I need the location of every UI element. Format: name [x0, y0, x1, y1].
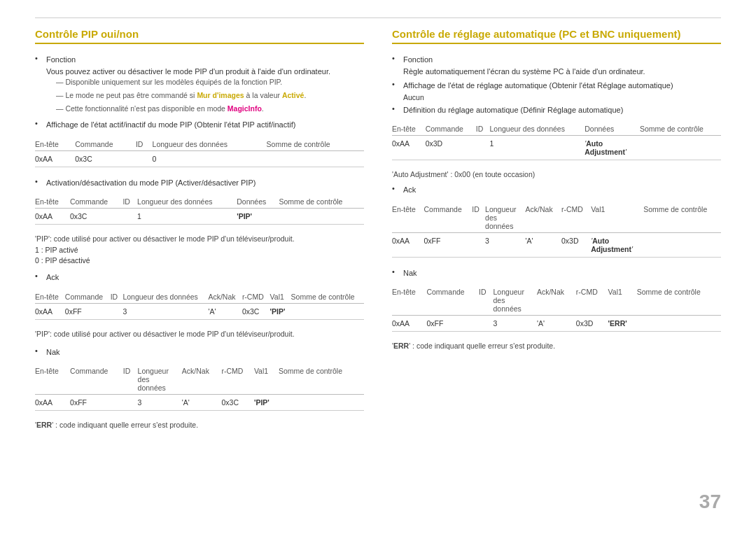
- td-commande: 0xFF: [65, 303, 111, 319]
- err-quote: 'ERR': [35, 421, 53, 429]
- td-somme: [279, 395, 364, 411]
- page-number: 37: [699, 491, 721, 513]
- sub3-magic: MagicInfo: [227, 104, 262, 113]
- right-ack-label: Ack: [403, 184, 416, 196]
- th-entete: En-tête: [392, 286, 426, 316]
- th-commande: Commande: [426, 122, 476, 136]
- th-rcmd: r-CMD: [561, 203, 591, 233]
- left-ack-bullet: • Ack: [35, 272, 364, 283]
- right-table1-section: En-tête Commande ID Longueur des données…: [392, 122, 721, 160]
- right-fonction-bullet: • Fonction Règle automatiquement l'écran…: [392, 54, 721, 77]
- left-bullet2: • Affichage de l'état actif/inactif du m…: [35, 119, 364, 131]
- th-donnees: Données: [584, 122, 640, 136]
- td-somme: [640, 136, 721, 160]
- right-ack-bullet: • Ack: [392, 184, 721, 196]
- td-somme: [643, 232, 721, 257]
- td-acknak: 'A': [208, 303, 241, 319]
- right-err-quote: 'ERR': [392, 342, 410, 350]
- bullet-dot-r1: •: [392, 54, 399, 77]
- left-err-note: 'ERR' : code indiquant quelle erreur s'e…: [35, 421, 364, 429]
- err-suffix: : code indiquant quelle erreur s'est pro…: [53, 421, 198, 429]
- th-longueur: Longueur des données: [137, 195, 237, 209]
- top-divider: [35, 17, 721, 18]
- th-commande: Commande: [65, 290, 111, 304]
- left-table3-section: En-tête Commande ID Longueur des données…: [35, 290, 364, 320]
- th-entete: En-tête: [392, 122, 426, 136]
- th-somme: Somme de contrôle: [267, 138, 364, 151]
- td-rcmd: 0x3D: [576, 316, 608, 332]
- td-somme: [267, 150, 364, 167]
- th-somme: Somme de contrôle: [279, 365, 364, 395]
- td-longueur: 3: [122, 303, 208, 319]
- bullet-dot3: •: [35, 177, 42, 189]
- left-bullet3: • Activation/désactivation du mode PIP (…: [35, 177, 364, 189]
- right-section-title: Contrôle de réglage automatique (PC et B…: [392, 28, 721, 44]
- th-longueur: Longueurdesdonnées: [493, 286, 537, 316]
- th-rcmd: r-CMD: [242, 290, 270, 304]
- left-table1: En-tête Commande ID Longueur des données…: [35, 138, 364, 167]
- bullet-dot-r3: •: [392, 104, 399, 116]
- left-table2: En-tête Commande ID Longueur des données…: [35, 195, 364, 225]
- td-longueur: 1: [137, 209, 237, 225]
- td-val1: 'PIP': [270, 303, 291, 319]
- th-acknak: Ack/Nak: [208, 290, 241, 304]
- th-entete: En-tête: [35, 195, 70, 209]
- left-ack-label: Ack: [46, 272, 59, 283]
- td-commande: 0xFF: [424, 232, 472, 257]
- table-row: 0xAA 0xFF 3 'A' 0x3C 'PIP': [35, 395, 364, 411]
- td-rcmd: 0x3C: [222, 395, 254, 411]
- td-somme: [637, 316, 721, 332]
- right-err-note: 'ERR' : code indiquant quelle erreur s'e…: [392, 342, 721, 350]
- td-longueur: 3: [485, 232, 525, 257]
- right-bullet3-text: Définition du réglage automatique (Défin…: [403, 104, 623, 116]
- td-id: [123, 395, 138, 411]
- td-val1: 'ERR': [608, 316, 637, 332]
- left-table4: En-tête Commande ID Longueurdesdonnées A…: [35, 365, 364, 411]
- right-nak-label: Nak: [403, 267, 417, 279]
- th-id: ID: [111, 290, 123, 304]
- th-id: ID: [472, 203, 485, 233]
- right-table2: En-tête Commande ID Longueurdesdonnées A…: [392, 203, 721, 258]
- th-val1: Val1: [270, 290, 291, 304]
- right-fonction-label: Fonction: [403, 54, 645, 66]
- td-entete: 0xAA: [35, 209, 70, 225]
- table-row: 0xAA 0xFF 3 'A' 0x3C 'PIP': [35, 303, 364, 319]
- td-id: [479, 316, 493, 332]
- th-somme: Somme de contrôle: [637, 286, 721, 316]
- bullet-dot-rack: •: [392, 184, 399, 196]
- td-somme: [291, 303, 364, 319]
- td-entete: 0xAA: [392, 316, 426, 332]
- th-val1: Val1: [608, 286, 637, 316]
- sub3-suffix: .: [262, 104, 264, 113]
- th-somme: Somme de contrôle: [291, 290, 364, 304]
- td-somme: [279, 209, 364, 225]
- td-acknak: 'A': [526, 232, 561, 257]
- auto-adj-suffix: : 0x00 (en toute occasion): [448, 170, 535, 178]
- left-nak-label: Nak: [46, 346, 60, 358]
- right-err-suffix: : code indiquant quelle erreur s'est pro…: [410, 342, 555, 350]
- td-acknak: 'A': [537, 316, 576, 332]
- pip-note1: 'PIP': code utilisé pour activer ou désa…: [35, 234, 364, 243]
- th-somme: Somme de contrôle: [643, 203, 721, 233]
- th-rcmd: r-CMD: [576, 286, 608, 316]
- th-somme: Somme de contrôle: [279, 195, 364, 209]
- sub3-prefix: Cette fonctionnalité n'est pas disponibl…: [65, 104, 227, 113]
- left-table3: En-tête Commande ID Longueur des données…: [35, 290, 364, 320]
- th-entete: En-tête: [392, 203, 424, 233]
- bullet-dot-rnak: •: [392, 267, 399, 279]
- right-auto-adj-note: 'Auto Adjustment' : 0x00 (en toute occas…: [392, 170, 721, 178]
- td-longueur: 3: [493, 316, 537, 332]
- th-entete: En-tête: [35, 138, 75, 151]
- right-table3-section: En-tête Commande ID Longueurdesdonnées A…: [392, 286, 721, 332]
- td-rcmd: 0x3D: [561, 232, 591, 257]
- th-commande: Commande: [70, 365, 123, 395]
- th-commande: Commande: [424, 203, 472, 233]
- table-row: 0xAA 0xFF 3 'A' 0x3D 'AutoAdjustment': [392, 232, 721, 257]
- th-acknak: Ack/Nak: [526, 203, 561, 233]
- th-val1: Val1: [254, 365, 279, 395]
- th-donnees: Données: [237, 195, 279, 209]
- th-commande: Commande: [75, 138, 136, 151]
- right-column: Contrôle de réglage automatique (PC et B…: [392, 28, 721, 499]
- left-sub3: Cette fonctionnalité n'est pas disponibl…: [56, 104, 330, 115]
- th-id: ID: [122, 195, 137, 209]
